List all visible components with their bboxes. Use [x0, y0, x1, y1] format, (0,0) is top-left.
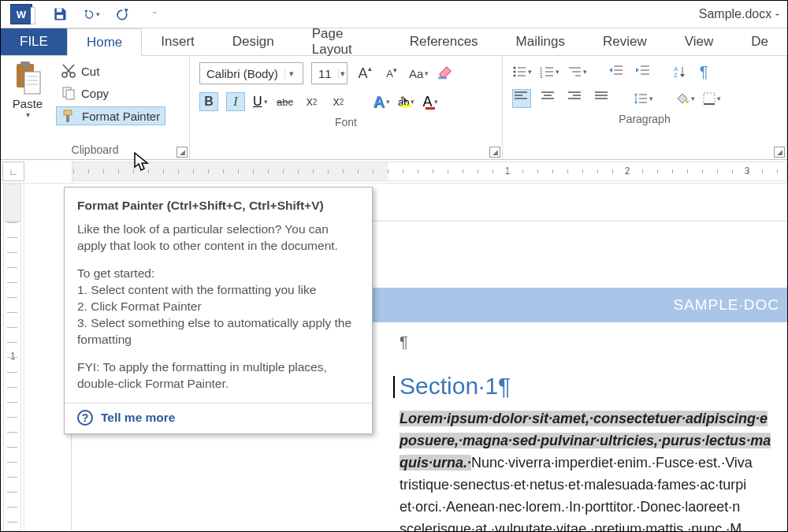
- redo-icon[interactable]: [114, 6, 132, 23]
- format-painter-button[interactable]: Format Painter: [56, 106, 165, 125]
- align-right-button[interactable]: [566, 89, 585, 108]
- tab-selector[interactable]: ∟: [2, 162, 24, 181]
- undo-icon[interactable]: ▾: [83, 6, 100, 23]
- align-left-icon: [514, 91, 530, 106]
- font-name-value: Calibri (Body): [200, 67, 284, 80]
- vertical-ruler[interactable]: 1: [1, 184, 24, 531]
- tell-me-more-label: Tell me more: [101, 411, 175, 425]
- clear-formatting-button[interactable]: [437, 64, 455, 83]
- svg-point-18: [514, 67, 516, 69]
- paint-bucket-icon: [675, 92, 690, 105]
- shading-button[interactable]: ▾: [675, 92, 695, 105]
- grow-font-button[interactable]: A▴: [355, 64, 374, 83]
- svg-point-63: [686, 100, 689, 103]
- svg-text:Z: Z: [674, 72, 678, 78]
- numbering-icon: 123: [540, 65, 554, 78]
- clipboard-launcher-icon[interactable]: ◢: [177, 147, 188, 158]
- horizontal-ruler[interactable]: 1 2 3: [72, 162, 787, 181]
- eraser-icon: [438, 65, 454, 81]
- svg-rect-14: [64, 110, 72, 115]
- borders-icon: [703, 92, 716, 105]
- svg-rect-0: [57, 9, 62, 13]
- shrink-font-button[interactable]: A▾: [382, 64, 401, 83]
- qat-customize-icon[interactable]: ⁼: [146, 6, 163, 23]
- strikethrough-button[interactable]: abc: [276, 92, 295, 111]
- word-app-icon: W: [10, 4, 32, 24]
- tab-view[interactable]: View: [666, 28, 733, 55]
- superscript-button[interactable]: x2: [329, 92, 348, 111]
- bold-button[interactable]: B: [199, 92, 218, 111]
- group-clipboard-label: Clipboard: [7, 142, 183, 158]
- scissors-icon: [61, 64, 76, 78]
- tab-file[interactable]: FILE: [1, 28, 67, 55]
- decrease-indent-button[interactable]: [608, 62, 626, 81]
- underline-button[interactable]: U▾: [253, 95, 268, 109]
- italic-button[interactable]: I: [226, 92, 245, 111]
- text-caret: [393, 376, 395, 398]
- tab-home[interactable]: Home: [67, 28, 142, 56]
- paste-dropdown-icon[interactable]: ▾: [26, 110, 30, 119]
- svg-point-22: [514, 75, 516, 77]
- tab-mailings[interactable]: Mailings: [497, 28, 584, 55]
- justify-button[interactable]: [593, 89, 611, 108]
- highlight-button[interactable]: ab✎▾: [398, 96, 414, 108]
- multilevel-list-button[interactable]: ▾: [567, 65, 587, 78]
- tab-references[interactable]: References: [391, 28, 497, 55]
- increase-indent-button[interactable]: [634, 62, 653, 81]
- svg-marker-62: [634, 102, 637, 104]
- document-title: Sample.docx -: [163, 7, 787, 21]
- paragraph-mark: ¶: [400, 333, 408, 352]
- numbering-button[interactable]: 123▾: [540, 65, 559, 78]
- multilevel-icon: [567, 65, 582, 78]
- tab-page-layout[interactable]: Page Layout: [293, 28, 391, 55]
- body-text[interactable]: Lorem·ipsum·dolor·sit·amet,·consectetuer…: [400, 407, 787, 532]
- subscript-button[interactable]: x2: [303, 92, 322, 111]
- mouse-cursor-icon: [133, 152, 151, 176]
- svg-marker-40: [636, 68, 639, 73]
- svg-rect-13: [66, 90, 74, 99]
- borders-button[interactable]: ▾: [703, 92, 721, 105]
- font-size-combo[interactable]: 11▾: [311, 62, 348, 84]
- indent-icon: [636, 64, 652, 80]
- format-painter-icon: [61, 109, 77, 123]
- tab-design[interactable]: Design: [214, 28, 293, 55]
- svg-rect-4: [24, 72, 40, 94]
- title-bar: W ▾ ⁼ Sample.docx -: [1, 1, 787, 28]
- copy-button[interactable]: Copy: [56, 84, 165, 102]
- line-spacing-button[interactable]: ▾: [634, 92, 653, 105]
- ribbon-tabs: FILE Home Insert Design Page Layout Refe…: [1, 28, 787, 56]
- cut-label: Cut: [81, 65, 99, 78]
- show-marks-button[interactable]: ¶: [694, 62, 713, 81]
- ruler-row: ∟ 1 2 3: [1, 160, 787, 184]
- sort-button[interactable]: AZ: [674, 65, 686, 78]
- change-case-button[interactable]: Aa▾: [409, 67, 429, 80]
- tab-insert[interactable]: Insert: [142, 28, 214, 55]
- svg-marker-44: [680, 74, 685, 77]
- tab-review[interactable]: Review: [584, 28, 666, 55]
- cut-button[interactable]: Cut: [56, 62, 165, 80]
- justify-icon: [594, 91, 610, 106]
- bullets-button[interactable]: ▾: [512, 65, 532, 78]
- tooltip-paragraph: Like the look of a particular selection?…: [77, 221, 359, 254]
- paragraph-launcher-icon[interactable]: ◢: [774, 147, 785, 158]
- tab-more[interactable]: De: [732, 28, 787, 55]
- font-name-combo[interactable]: Calibri (Body)▾: [199, 62, 303, 84]
- svg-marker-16: [440, 67, 452, 77]
- group-paragraph: ▾ 123▾ ▾ AZ ¶ ▾ ▾ ▾ Para: [503, 56, 787, 159]
- paste-button[interactable]: Paste ▾: [7, 59, 48, 142]
- svg-rect-3: [20, 61, 30, 66]
- chevron-down-icon[interactable]: ▾: [338, 69, 347, 79]
- save-icon[interactable]: [51, 6, 69, 23]
- svg-point-20: [514, 71, 516, 73]
- sort-icon: AZ: [674, 65, 686, 78]
- group-clipboard: Paste ▾ Cut Copy Format Painter Clipboar…: [1, 56, 190, 159]
- svg-text:3: 3: [540, 74, 543, 78]
- font-launcher-icon[interactable]: ◢: [489, 147, 500, 158]
- tell-me-more-link[interactable]: ? Tell me more: [77, 410, 359, 426]
- align-center-button[interactable]: [539, 89, 558, 108]
- chevron-down-icon[interactable]: ▾: [284, 69, 299, 79]
- align-left-button[interactable]: [512, 89, 531, 108]
- clipboard-paste-icon: [13, 61, 42, 95]
- text-effects-button[interactable]: A▾: [374, 93, 390, 111]
- font-color-button[interactable]: A▾: [422, 94, 437, 110]
